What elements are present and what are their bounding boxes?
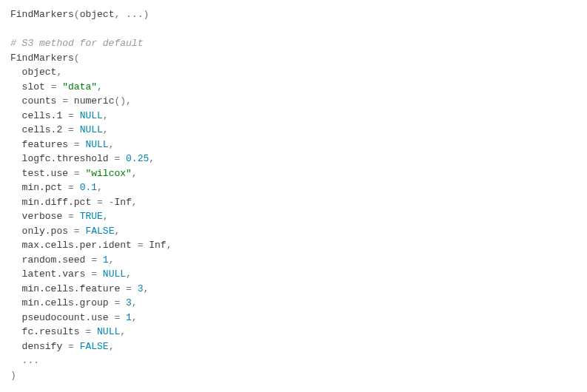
comma: ,	[132, 297, 138, 308]
arg-name: only.pos	[22, 226, 68, 237]
assign-op: =	[68, 226, 85, 237]
ellipsis-arg: ...	[22, 355, 39, 366]
arg-name: cells.2	[22, 124, 63, 135]
assign-op: =	[91, 197, 108, 208]
comma: ,	[109, 254, 115, 266]
arg-value: Inf	[149, 240, 166, 251]
comma: ,	[109, 341, 115, 352]
assign-op: =	[56, 95, 73, 107]
comma: ,	[132, 312, 138, 323]
arg-name: verbose	[22, 211, 63, 222]
arg-name: object	[22, 67, 57, 78]
arg-name: cells.1	[22, 110, 63, 121]
comma: ,	[126, 268, 132, 280]
arg-value: NULL	[97, 326, 120, 337]
arg-name: features	[22, 139, 68, 150]
arg-name: fc.results	[22, 326, 80, 337]
arg-value: TRUE	[80, 211, 103, 222]
assign-op: =	[80, 326, 97, 337]
assign-op: =	[120, 283, 137, 294]
method-call-fn: FindMarkers	[10, 53, 74, 64]
comma: ,	[97, 182, 103, 193]
arg-value: Inf	[114, 197, 131, 208]
arg-name: min.diff.pct	[22, 197, 92, 208]
comma: ,	[56, 67, 62, 78]
arg-value: NULL	[85, 139, 108, 150]
paren-close: )	[120, 95, 126, 107]
arg-name: counts	[22, 95, 57, 107]
arg-name: test.use	[22, 168, 68, 179]
paren-open: (	[74, 53, 80, 64]
comma: ,	[97, 81, 103, 92]
arg-value: 0.1	[80, 182, 97, 193]
comma: ,	[149, 153, 155, 164]
comma: ,	[132, 197, 138, 208]
ellipsis-arg: ...	[126, 9, 143, 20]
paren-open: (	[74, 9, 80, 20]
assign-op: =	[109, 312, 126, 323]
arg-name: slot	[22, 81, 45, 92]
arg-name: random.seed	[22, 254, 86, 266]
assign-op: =	[62, 110, 79, 121]
assign-op: =	[62, 124, 79, 135]
arg-value: 3	[126, 297, 132, 308]
generic-call-fn: FindMarkers	[10, 9, 74, 20]
generic-arg-object: object	[80, 9, 115, 20]
assign-op: =	[68, 168, 85, 179]
arg-name: min.cells.feature	[22, 283, 121, 294]
comma: ,	[103, 124, 109, 135]
comma: ,	[120, 326, 126, 337]
assign-op: =	[109, 297, 126, 308]
code-block: FindMarkers(object, ...) # S3 method for…	[0, 0, 587, 390]
paren-close: )	[143, 9, 149, 20]
comma: ,	[103, 110, 109, 121]
comma: ,	[167, 240, 172, 251]
comma: ,	[103, 211, 109, 222]
comma: ,	[114, 9, 126, 20]
assign-op: =	[45, 81, 62, 92]
arg-name: max.cells.per.ident	[22, 240, 132, 251]
arg-name: pseudocount.use	[22, 312, 109, 323]
arg-value: 0.25	[126, 153, 149, 164]
assign-op: =	[62, 182, 79, 193]
arg-value: 1	[103, 254, 109, 266]
call-fn: numeric	[74, 95, 115, 107]
arg-value: NULL	[80, 124, 103, 135]
s3-comment: # S3 method for default	[10, 38, 143, 49]
paren-close: )	[10, 370, 16, 381]
assign-op: =	[85, 254, 102, 266]
arg-value: NULL	[103, 268, 126, 280]
assign-op: =	[62, 211, 79, 222]
comma: ,	[143, 283, 149, 294]
assign-op: =	[109, 153, 126, 164]
arg-name: logfc.threshold	[22, 153, 109, 164]
arg-name: min.pct	[22, 182, 63, 193]
arg-value: "wilcox"	[85, 168, 131, 179]
arg-value: 1	[126, 312, 132, 323]
assign-op: =	[62, 341, 79, 352]
comma: ,	[126, 95, 132, 107]
comma: ,	[132, 168, 138, 179]
comma: ,	[109, 139, 115, 150]
assign-op: =	[132, 240, 149, 251]
arg-value: "data"	[62, 81, 97, 92]
assign-op: =	[85, 268, 102, 280]
comma: ,	[114, 226, 120, 237]
arg-value: FALSE	[80, 341, 109, 352]
arg-name: min.cells.group	[22, 297, 109, 308]
arg-name: densify	[22, 341, 63, 352]
arg-value: FALSE	[85, 226, 114, 237]
assign-op: =	[68, 139, 85, 150]
arg-name: latent.vars	[22, 268, 86, 280]
arg-value: NULL	[80, 110, 103, 121]
